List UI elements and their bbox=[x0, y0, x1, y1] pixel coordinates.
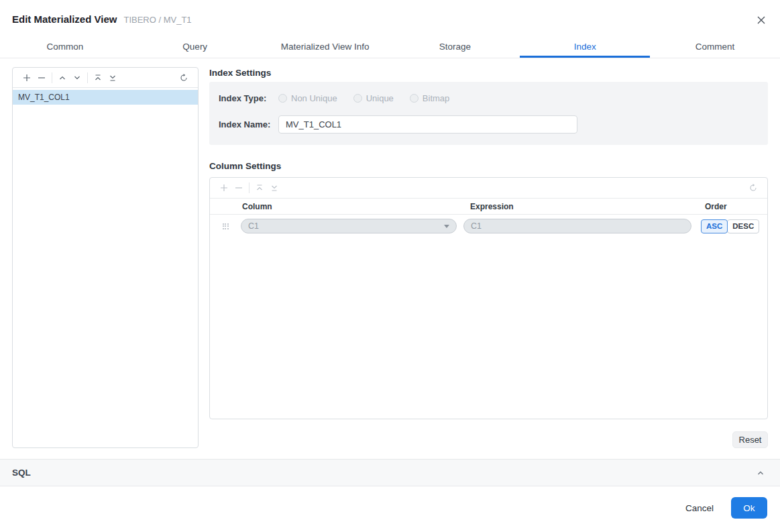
radio-circle-icon bbox=[410, 94, 419, 103]
radio-label: Bitmap bbox=[423, 93, 449, 103]
page-title: Edit Materialized View bbox=[12, 13, 117, 25]
move-down-icon bbox=[72, 73, 82, 83]
column-select[interactable]: C1 bbox=[241, 219, 457, 233]
column-settings-panel: Column Expression Order C1 ASC bbox=[209, 177, 768, 419]
index-type-label: Index Type: bbox=[219, 93, 278, 103]
dialog-header: Edit Materialized View TIBERO / MV_T1 bbox=[12, 13, 192, 28]
close-button[interactable] bbox=[755, 13, 768, 27]
columns-table-header: Column Expression Order bbox=[210, 199, 767, 215]
order-toggle-group: ASC DESC bbox=[701, 219, 767, 233]
expression-input[interactable] bbox=[463, 219, 691, 233]
table-row: C1 ASC DESC bbox=[210, 215, 767, 237]
edit-materialized-view-dialog: Edit Materialized View TIBERO / MV_T1 Co… bbox=[0, 0, 780, 532]
remove-index-button[interactable] bbox=[34, 70, 49, 85]
move-bottom-button[interactable] bbox=[105, 70, 120, 85]
add-index-button[interactable] bbox=[19, 70, 34, 85]
radio-bitmap[interactable]: Bitmap bbox=[410, 93, 449, 103]
add-column-button[interactable] bbox=[217, 180, 231, 195]
tab-index[interactable]: Index bbox=[520, 38, 650, 58]
index-name-label: Index Name: bbox=[219, 119, 278, 129]
asc-button[interactable]: ASC bbox=[701, 219, 728, 233]
index-settings-heading: Index Settings bbox=[209, 68, 271, 78]
column-header: Column bbox=[241, 202, 463, 211]
desc-button[interactable]: DESC bbox=[727, 219, 759, 233]
radio-unique[interactable]: Unique bbox=[353, 93, 394, 103]
sql-label: SQL bbox=[12, 468, 31, 478]
tab-common[interactable]: Common bbox=[0, 38, 130, 58]
order-header: Order bbox=[701, 202, 767, 211]
refresh-list-button[interactable] bbox=[176, 70, 191, 85]
list-item-index[interactable]: MV_T1_COL1 bbox=[13, 90, 198, 105]
toolbar-divider bbox=[52, 72, 52, 83]
column-select-value: C1 bbox=[248, 221, 444, 231]
refresh-icon bbox=[179, 73, 188, 83]
index-list-toolbar bbox=[13, 68, 198, 88]
cancel-button[interactable]: Cancel bbox=[676, 499, 723, 517]
index-type-radio-group: Non Unique Unique Bitmap bbox=[278, 93, 449, 103]
index-list-panel: MV_T1_COL1 bbox=[12, 67, 199, 448]
toolbar-divider bbox=[87, 72, 88, 83]
refresh-columns-button[interactable] bbox=[746, 180, 761, 195]
remove-icon bbox=[234, 183, 243, 193]
remove-column-button[interactable] bbox=[231, 180, 246, 195]
index-list: MV_T1_COL1 bbox=[13, 88, 198, 105]
remove-icon bbox=[37, 73, 46, 83]
column-settings-toolbar bbox=[210, 178, 767, 199]
move-top-icon bbox=[255, 183, 264, 193]
add-icon bbox=[22, 73, 32, 83]
index-type-row: Index Type: Non Unique Unique Bitmap bbox=[219, 91, 449, 105]
chevron-down-icon bbox=[444, 225, 449, 228]
ok-button[interactable]: Ok bbox=[731, 497, 767, 519]
tab-bar: Common Query Materialized View Info Stor… bbox=[0, 38, 780, 58]
column-settings-heading: Column Settings bbox=[209, 161, 281, 171]
move-bottom-button[interactable] bbox=[267, 180, 282, 195]
refresh-icon bbox=[748, 183, 758, 193]
move-top-icon bbox=[93, 73, 103, 83]
radio-non-unique[interactable]: Non Unique bbox=[278, 93, 337, 103]
index-name-row: Index Name: bbox=[219, 115, 577, 134]
radio-label: Unique bbox=[366, 93, 394, 103]
radio-label: Non Unique bbox=[291, 93, 337, 103]
add-icon bbox=[219, 183, 229, 193]
move-up-icon bbox=[58, 73, 67, 83]
expression-header: Expression bbox=[463, 202, 701, 211]
index-name-input[interactable] bbox=[278, 115, 577, 134]
move-up-button[interactable] bbox=[55, 70, 70, 85]
close-icon bbox=[757, 15, 766, 25]
tab-query[interactable]: Query bbox=[130, 38, 260, 58]
index-settings-panel: Index Type: Non Unique Unique Bitmap Ind… bbox=[209, 82, 768, 145]
toolbar-divider bbox=[249, 182, 249, 193]
drag-handle-icon[interactable] bbox=[223, 223, 229, 229]
move-top-button[interactable] bbox=[91, 70, 105, 85]
tab-storage[interactable]: Storage bbox=[390, 38, 520, 58]
sql-section-header[interactable]: SQL bbox=[0, 459, 780, 486]
move-down-button[interactable] bbox=[70, 70, 85, 85]
move-bottom-icon bbox=[270, 183, 279, 193]
move-bottom-icon bbox=[108, 73, 117, 83]
tab-materialized-view-info[interactable]: Materialized View Info bbox=[260, 38, 390, 58]
radio-circle-icon bbox=[278, 94, 287, 103]
move-top-button[interactable] bbox=[252, 180, 267, 195]
reset-button[interactable]: Reset bbox=[732, 431, 768, 448]
tab-comment[interactable]: Comment bbox=[650, 38, 780, 58]
chevron-up-icon bbox=[756, 468, 765, 478]
radio-circle-icon bbox=[353, 94, 362, 103]
object-breadcrumb: TIBERO / MV_T1 bbox=[123, 15, 191, 25]
